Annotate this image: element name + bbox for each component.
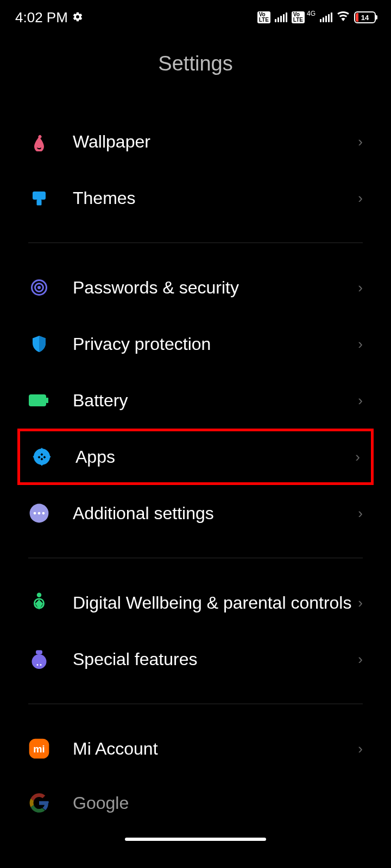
settings-item-wallpaper[interactable]: Wallpaper ›: [0, 113, 391, 170]
battery-level: 14: [361, 14, 369, 22]
wellbeing-icon: [28, 592, 50, 614]
chevron-right-icon: ›: [358, 336, 363, 353]
volte-icon-2: VoLTE: [292, 11, 305, 23]
apps-icon: [31, 446, 53, 468]
item-label: Privacy protection: [73, 334, 358, 354]
svg-point-13: [37, 593, 42, 598]
divider: [28, 558, 363, 558]
item-label: Special features: [73, 649, 358, 669]
shield-icon: [28, 333, 50, 355]
wallpaper-icon: [28, 131, 50, 152]
svg-rect-14: [36, 650, 42, 655]
item-label: Battery: [73, 390, 358, 411]
svg-text:mi: mi: [33, 743, 45, 755]
settings-item-battery[interactable]: Battery ›: [0, 372, 391, 429]
svg-rect-6: [29, 394, 46, 406]
volte-icon: VoLTE: [257, 11, 270, 23]
item-label: Wallpaper: [73, 131, 358, 152]
settings-item-apps[interactable]: Apps ›: [17, 429, 374, 485]
item-label: Mi Account: [73, 738, 358, 759]
network-label: 4G: [307, 10, 316, 17]
wifi-icon: [337, 10, 350, 25]
signal-icon: [275, 12, 287, 22]
chevron-right-icon: ›: [358, 741, 363, 757]
settings-item-miaccount[interactable]: mi Mi Account ›: [0, 720, 391, 777]
chevron-right-icon: ›: [358, 392, 363, 409]
settings-item-privacy[interactable]: Privacy protection ›: [0, 316, 391, 372]
special-icon: [28, 648, 50, 670]
signal-icon-2: [320, 12, 332, 22]
status-right: VoLTE VoLTE 4G 14: [257, 10, 376, 25]
chevron-right-icon: ›: [358, 133, 363, 150]
settings-list: Wallpaper › Themes › Passwords & securit…: [0, 113, 391, 814]
themes-icon: [28, 187, 50, 209]
svg-point-15: [32, 654, 47, 669]
home-indicator[interactable]: [125, 838, 266, 841]
item-label: Passwords & security: [73, 277, 358, 298]
svg-point-16: [37, 664, 39, 666]
svg-rect-7: [46, 398, 48, 403]
item-label: Themes: [73, 188, 358, 208]
mi-icon: mi: [28, 738, 50, 760]
svg-point-10: [34, 512, 36, 515]
settings-item-themes[interactable]: Themes ›: [0, 170, 391, 226]
svg-point-17: [40, 664, 42, 666]
settings-item-wellbeing[interactable]: Digital Wellbeing & parental controls ›: [0, 575, 391, 631]
page-title: Settings: [0, 52, 391, 75]
svg-point-12: [42, 512, 45, 515]
settings-item-special[interactable]: Special features ›: [0, 631, 391, 687]
divider: [28, 704, 363, 704]
chevron-right-icon: ›: [355, 449, 360, 465]
status-left: 4:02 PM: [15, 9, 83, 26]
battery-icon: 14: [354, 11, 376, 23]
status-time: 4:02 PM: [15, 9, 68, 26]
svg-rect-1: [33, 192, 46, 200]
settings-item-additional[interactable]: Additional settings ›: [0, 485, 391, 541]
battery-icon: [28, 390, 50, 411]
fingerprint-icon: [28, 277, 50, 298]
svg-point-5: [39, 287, 40, 289]
item-label: Google: [73, 793, 363, 813]
gear-icon: [72, 9, 83, 26]
chevron-right-icon: ›: [358, 505, 363, 522]
settings-item-google[interactable]: Google: [0, 777, 391, 814]
svg-point-11: [38, 512, 41, 515]
google-icon: [28, 792, 50, 814]
svg-rect-2: [37, 200, 42, 206]
chevron-right-icon: ›: [358, 651, 363, 668]
more-icon: [28, 502, 50, 524]
item-label: Digital Wellbeing & parental controls: [73, 592, 358, 613]
svg-point-8: [34, 449, 50, 465]
item-label: Apps: [75, 446, 355, 467]
settings-item-passwords[interactable]: Passwords & security ›: [0, 259, 391, 316]
item-label: Additional settings: [73, 503, 358, 524]
divider: [28, 242, 363, 243]
chevron-right-icon: ›: [358, 279, 363, 296]
chevron-right-icon: ›: [358, 595, 363, 611]
status-bar: 4:02 PM VoLTE VoLTE 4G 14: [0, 0, 391, 33]
chevron-right-icon: ›: [358, 190, 363, 207]
